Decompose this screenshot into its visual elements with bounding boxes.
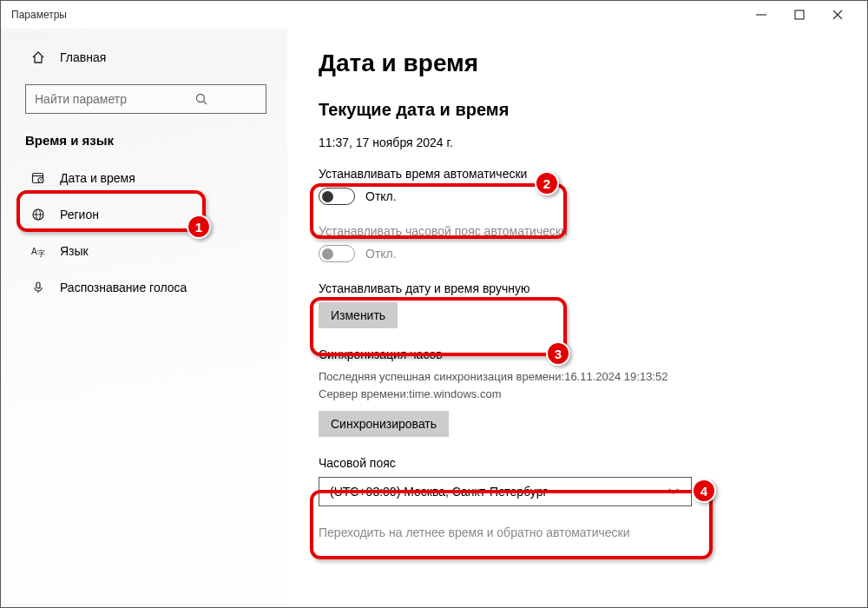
auto-time-state: Откл. bbox=[365, 189, 397, 203]
timezone-heading: Часовой пояс bbox=[319, 456, 836, 470]
sidebar: Главная Найти параметр Время и язык Дата… bbox=[1, 29, 287, 607]
main-content: Дата и время Текущие дата и время 11:37,… bbox=[287, 29, 867, 607]
svg-point-4 bbox=[197, 95, 205, 102]
change-datetime-button[interactable]: Изменить bbox=[319, 302, 398, 328]
current-datetime-heading: Текущие дата и время bbox=[319, 100, 836, 120]
close-icon bbox=[831, 8, 845, 22]
maximize-icon bbox=[792, 8, 806, 22]
current-datetime-value: 11:37, 17 ноября 2024 г. bbox=[319, 135, 836, 149]
home-icon bbox=[30, 50, 46, 65]
search-placeholder: Найти параметр bbox=[35, 92, 146, 106]
minimize-button[interactable] bbox=[742, 1, 780, 29]
chevron-down-icon bbox=[667, 484, 681, 500]
sync-now-button[interactable]: Синхронизировать bbox=[319, 411, 449, 437]
microphone-icon bbox=[30, 280, 46, 295]
sync-heading: Синхронизация часов bbox=[319, 347, 836, 361]
auto-time-toggle[interactable] bbox=[319, 188, 355, 205]
search-icon bbox=[146, 91, 257, 107]
auto-tz-state: Откл. bbox=[365, 247, 397, 261]
search-input[interactable]: Найти параметр bbox=[25, 84, 266, 114]
close-button[interactable] bbox=[819, 1, 857, 29]
window-titlebar: Параметры bbox=[1, 1, 867, 29]
auto-time-label: Устанавливать время автоматически bbox=[319, 167, 836, 181]
globe-icon bbox=[30, 207, 46, 222]
sync-last-line: Последняя успешная синхронизация времени… bbox=[319, 368, 836, 386]
window-title: Параметры bbox=[11, 9, 742, 21]
timezone-dropdown[interactable]: (UTC+03:00) Москва, Санкт-Петербург bbox=[319, 477, 692, 506]
sidebar-item-label: Регион bbox=[60, 208, 99, 221]
svg-text:字: 字 bbox=[37, 249, 45, 258]
svg-rect-1 bbox=[795, 10, 804, 19]
language-icon: A字 bbox=[30, 243, 46, 259]
svg-rect-14 bbox=[36, 282, 40, 288]
sidebar-item-label: Распознавание голоса bbox=[60, 281, 187, 294]
sidebar-section-label: Время и язык bbox=[1, 133, 287, 160]
sidebar-home-label: Главная bbox=[60, 50, 106, 64]
maximize-button[interactable] bbox=[780, 1, 819, 29]
sidebar-item-speech[interactable]: Распознавание голоса bbox=[1, 269, 287, 306]
sync-server-line: Сервер времени:time.windows.com bbox=[319, 386, 836, 403]
svg-line-5 bbox=[204, 102, 207, 105]
sidebar-home[interactable]: Главная bbox=[1, 39, 287, 76]
sidebar-item-language[interactable]: A字 Язык bbox=[1, 233, 287, 269]
svg-text:A: A bbox=[31, 247, 37, 256]
auto-tz-label: Устанавливать часовой пояс автоматически bbox=[319, 224, 836, 238]
sidebar-item-label: Дата и время bbox=[60, 171, 135, 185]
sidebar-item-label: Язык bbox=[60, 244, 89, 258]
sidebar-item-region[interactable]: Регион bbox=[1, 196, 287, 233]
auto-tz-toggle bbox=[319, 245, 355, 262]
minimize-icon bbox=[754, 8, 768, 22]
page-heading: Дата и время bbox=[319, 50, 836, 77]
sidebar-item-datetime[interactable]: Дата и время bbox=[1, 160, 287, 196]
dst-label: Переходить на летнее время и обратно авт… bbox=[319, 525, 836, 539]
manual-datetime-label: Устанавливать дату и время вручную bbox=[319, 281, 836, 295]
calendar-clock-icon bbox=[30, 170, 46, 186]
timezone-value: (UTC+03:00) Москва, Санкт-Петербург bbox=[330, 485, 548, 499]
